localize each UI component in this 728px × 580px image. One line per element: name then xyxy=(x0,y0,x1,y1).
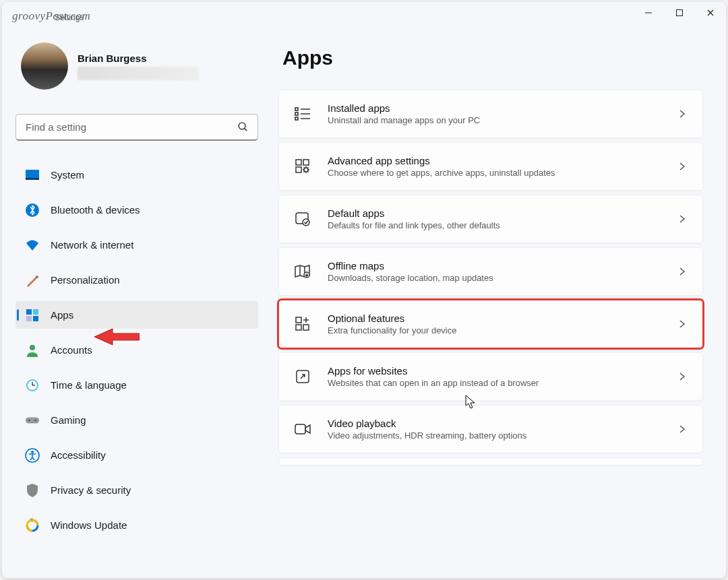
sidebar-item-label: Bluetooth & devices xyxy=(51,204,140,216)
profile[interactable]: Brian Burgess xyxy=(21,42,258,90)
card-offline-maps[interactable]: Offline mapsDownloads, storage location,… xyxy=(278,247,703,296)
svg-rect-24 xyxy=(295,108,298,110)
card-title: Optional features xyxy=(328,313,677,324)
svg-rect-31 xyxy=(303,160,309,165)
card-sub: Video adjustments, HDR streaming, batter… xyxy=(328,430,677,441)
chevron-right-icon xyxy=(677,371,688,382)
svg-point-4 xyxy=(239,123,245,129)
card-title: Offline maps xyxy=(328,260,677,271)
svg-rect-40 xyxy=(296,325,301,330)
display-icon xyxy=(25,168,40,183)
main-content: Apps Installed appsUninstall and manage … xyxy=(272,29,726,578)
svg-rect-26 xyxy=(295,117,298,120)
sidebar-item-system[interactable]: System xyxy=(16,161,258,189)
minimize-button[interactable] xyxy=(633,2,664,24)
sidebar-item-network[interactable]: Network & internet xyxy=(16,231,258,259)
avatar xyxy=(21,42,68,90)
card-check-icon xyxy=(294,210,311,228)
card-optional-features[interactable]: Optional featuresExtra functionality for… xyxy=(278,300,703,348)
maximize-button[interactable] xyxy=(664,2,695,24)
close-button[interactable] xyxy=(695,2,726,24)
svg-point-23 xyxy=(31,451,34,453)
page-title: Apps xyxy=(282,46,703,69)
sidebar-item-label: Apps xyxy=(51,309,73,321)
shield-icon xyxy=(25,483,40,498)
profile-email-blur xyxy=(78,67,199,80)
chevron-right-icon xyxy=(677,214,688,224)
sidebar-item-accounts[interactable]: Accounts xyxy=(16,336,258,364)
video-icon xyxy=(294,420,311,438)
sidebar-item-privacy[interactable]: Privacy & security xyxy=(16,476,258,504)
sidebar-item-label: Accounts xyxy=(51,344,92,356)
sidebar-item-bluetooth[interactable]: Bluetooth & devices xyxy=(16,196,258,224)
sidebar-item-apps[interactable]: Apps xyxy=(16,301,258,329)
card-title: Default apps xyxy=(328,207,677,219)
card-default-apps[interactable]: Default appsDefaults for file and link t… xyxy=(278,195,703,243)
card-title: Apps for websites xyxy=(328,365,677,377)
sidebar-item-label: Network & internet xyxy=(51,239,133,251)
chevron-right-icon xyxy=(677,424,688,434)
card-installed-apps[interactable]: Installed appsUninstall and manage apps … xyxy=(278,90,703,138)
map-icon xyxy=(294,263,311,280)
sidebar-item-label: Windows Update xyxy=(51,519,127,531)
search-input[interactable] xyxy=(16,114,258,141)
svg-rect-45 xyxy=(295,424,305,434)
card-sub: Extra functionality for your device xyxy=(328,325,677,335)
svg-point-20 xyxy=(28,419,30,420)
update-icon xyxy=(25,518,40,533)
clock-icon xyxy=(25,378,40,393)
grid-plus-icon xyxy=(294,315,311,333)
open-icon xyxy=(294,368,311,385)
gamepad-icon xyxy=(25,413,40,428)
person-icon xyxy=(25,343,40,358)
sidebar-item-label: Accessibility xyxy=(51,449,106,461)
search-icon xyxy=(237,121,249,133)
accessibility-icon xyxy=(25,448,40,463)
search-container xyxy=(16,114,258,141)
chevron-right-icon xyxy=(677,319,688,329)
sidebar-item-personalization[interactable]: Personalization xyxy=(16,266,258,294)
wifi-icon xyxy=(25,238,40,253)
svg-rect-10 xyxy=(26,309,32,315)
card-title: Installed apps xyxy=(328,102,677,114)
chevron-right-icon xyxy=(677,108,688,119)
card-sub: Defaults for file and link types, other … xyxy=(328,220,677,230)
card-sub: Choose where to get apps, archive apps, … xyxy=(328,168,677,178)
sidebar-item-label: Privacy & security xyxy=(51,484,131,496)
svg-rect-11 xyxy=(33,309,38,315)
chevron-right-icon xyxy=(677,161,688,172)
svg-point-35 xyxy=(303,219,309,226)
svg-rect-32 xyxy=(296,167,301,172)
settings-window: Settings Brian Burgess S xyxy=(2,2,726,578)
svg-rect-41 xyxy=(303,325,309,330)
svg-rect-12 xyxy=(26,316,32,321)
window-controls xyxy=(633,2,726,24)
sidebar: Brian Burgess System Bluetooth & devices xyxy=(2,29,272,578)
sidebar-item-time[interactable]: Time & language xyxy=(16,371,258,399)
watermark: groovyPost.com xyxy=(12,9,90,23)
card-sub: Uninstall and manage apps on your PC xyxy=(328,115,677,125)
svg-line-5 xyxy=(245,129,247,131)
sidebar-item-update[interactable]: Windows Update xyxy=(16,511,258,539)
svg-rect-13 xyxy=(33,316,38,321)
card-sub: Downloads, storage location, map updates xyxy=(328,273,677,283)
titlebar: Settings xyxy=(2,2,726,29)
svg-rect-1 xyxy=(677,10,683,16)
sidebar-item-label: System xyxy=(51,169,84,181)
card-sub: Websites that can open in an app instead… xyxy=(328,378,677,388)
svg-rect-7 xyxy=(26,178,39,180)
card-title: Video playback xyxy=(328,418,677,429)
sidebar-item-label: Gaming xyxy=(51,414,86,426)
svg-rect-6 xyxy=(26,170,39,179)
nav: System Bluetooth & devices Network & int… xyxy=(16,161,258,539)
paint-icon xyxy=(25,273,40,288)
card-advanced-settings[interactable]: Advanced app settingsChoose where to get… xyxy=(278,142,703,191)
svg-rect-30 xyxy=(296,160,301,165)
sidebar-item-gaming[interactable]: Gaming xyxy=(16,406,258,434)
svg-point-14 xyxy=(30,345,35,350)
card-video-playback[interactable]: Video playbackVideo adjustments, HDR str… xyxy=(278,405,703,453)
svg-point-21 xyxy=(34,419,36,420)
svg-rect-39 xyxy=(296,317,301,323)
card-apps-websites[interactable]: Apps for websitesWebsites that can open … xyxy=(278,352,703,401)
sidebar-item-accessibility[interactable]: Accessibility xyxy=(16,441,258,469)
